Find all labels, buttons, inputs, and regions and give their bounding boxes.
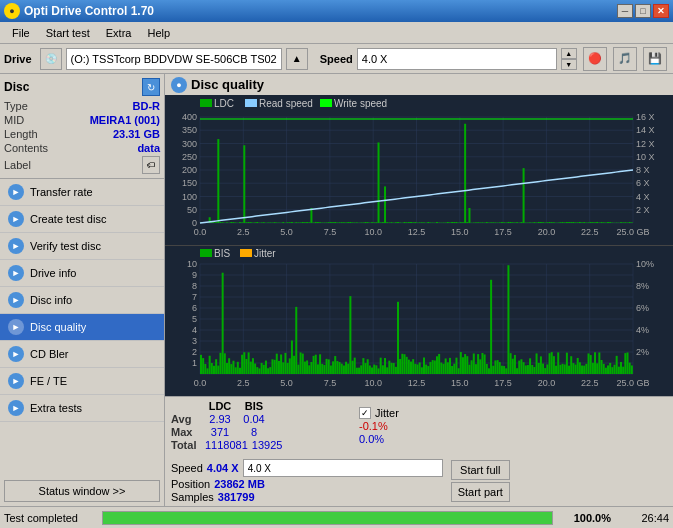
charts-area [165,95,673,396]
total-bis: 13925 [252,439,283,451]
title-bar: ● Opti Drive Control 1.70 ─ □ ✕ [0,0,673,22]
create-test-icon: ► [8,211,24,227]
sidebar-label-disc-info: Disc info [30,294,72,306]
maximize-button[interactable]: □ [635,4,651,18]
main-panel: ● Disc quality LDC BIS Avg 2.93 [165,74,673,506]
disc-section: Disc ↻ Type BD-R MID MEIRA1 (001) Length… [0,74,164,179]
sidebar-item-transfer-rate[interactable]: ► Transfer rate [0,179,164,206]
sidebar-label-transfer-rate: Transfer rate [30,186,93,198]
sidebar-item-disc-info[interactable]: ► Disc info [0,287,164,314]
eject-button[interactable]: ▲ [286,48,308,70]
ldc-header: LDC [205,400,235,412]
panel-title: Disc quality [191,77,264,92]
test-btn-1[interactable]: 🔴 [583,47,607,71]
panel-icon: ● [171,77,187,93]
disc-label-row: Label 🏷 [4,156,160,174]
chart1-canvas [165,95,673,245]
disc-contents-value: data [137,142,160,154]
disc-type-row: Type BD-R [4,100,160,112]
drive-select[interactable]: (O:) TSSTcorp BDDVDW SE-506CB TS02 [66,48,282,70]
extra-tests-icon: ► [8,400,24,416]
speed-label: Speed [320,53,353,65]
sidebar-label-create-test: Create test disc [30,213,106,225]
menu-bar: File Start test Extra Help [0,22,673,44]
bis-header: BIS [239,400,269,412]
speed-select[interactable]: 4.0 X [357,48,557,70]
speed-up[interactable]: ▲ [561,48,577,59]
sidebar-item-disc-quality[interactable]: ► Disc quality [0,314,164,341]
speed-stat-value: 4.04 X [207,462,239,474]
disc-mid-label: MID [4,114,24,126]
disc-contents-label: Contents [4,142,48,154]
progress-bar [102,511,553,525]
max-bis: 8 [239,426,269,438]
sidebar-label-cd-bler: CD Bler [30,348,69,360]
sidebar-label-fe-te: FE / TE [30,375,67,387]
max-jitter: 0.0% [359,433,384,445]
minimize-button[interactable]: ─ [617,4,633,18]
sidebar-item-verify-test[interactable]: ► Verify test disc [0,233,164,260]
app-title: Opti Drive Control 1.70 [24,4,154,18]
progress-bar-fill [103,512,552,524]
chart1-container [165,95,673,246]
test-btn-2[interactable]: 🎵 [613,47,637,71]
fe-te-icon: ► [8,373,24,389]
sidebar-item-create-test[interactable]: ► Create test disc [0,206,164,233]
disc-refresh-button[interactable]: ↻ [142,78,160,96]
avg-label: Avg [171,413,201,425]
start-part-button[interactable]: Start part [451,482,510,502]
title-bar-controls: ─ □ ✕ [617,4,669,18]
disc-mid-value: MEIRA1 (001) [90,114,160,126]
status-percent: 100.0% [561,512,611,524]
disc-info-icon: ► [8,292,24,308]
menu-help[interactable]: Help [139,25,178,41]
speed-stat-label: Speed [171,462,203,474]
disc-label-button[interactable]: 🏷 [142,156,160,174]
action-buttons: Start full Start part [451,460,510,502]
disc-type-label: Type [4,100,28,112]
sidebar-item-drive-info[interactable]: ► Drive info [0,260,164,287]
disc-contents-row: Contents data [4,142,160,154]
stats-bar: LDC BIS Avg 2.93 0.04 Max 371 8 Total 11… [165,396,673,506]
disc-length-label: Length [4,128,38,140]
sidebar-label-extra-tests: Extra tests [30,402,82,414]
sidebar-item-fe-te[interactable]: ► FE / TE [0,368,164,395]
avg-bis: 0.04 [239,413,269,425]
chart2-canvas [165,246,673,396]
status-text: Test completed [4,512,94,524]
drive-icon: 💿 [40,48,62,70]
sidebar-item-extra-tests[interactable]: ► Extra tests [0,395,164,422]
position-value: 23862 MB [214,478,265,490]
start-full-button[interactable]: Start full [451,460,510,480]
drive-bar: Drive 💿 (O:) TSSTcorp BDDVDW SE-506CB TS… [0,44,673,74]
app-icon: ● [4,3,20,19]
sidebar: Disc ↻ Type BD-R MID MEIRA1 (001) Length… [0,74,165,506]
sidebar-item-cd-bler[interactable]: ► CD Bler [0,341,164,368]
transfer-rate-icon: ► [8,184,24,200]
max-ldc: 371 [205,426,235,438]
disc-title: Disc [4,80,29,94]
samples-value: 381799 [218,491,255,503]
speed-down[interactable]: ▼ [561,59,577,70]
close-button[interactable]: ✕ [653,4,669,18]
chart2-container [165,246,673,396]
status-time: 26:44 [619,512,669,524]
status-window-button[interactable]: Status window >> [4,480,160,502]
speed-stat-select[interactable]: 4.0 X [243,459,443,477]
menu-file[interactable]: File [4,25,38,41]
menu-start-test[interactable]: Start test [38,25,98,41]
menu-extra[interactable]: Extra [98,25,140,41]
drive-label: Drive [4,53,32,65]
disc-length-value: 23.31 GB [113,128,160,140]
total-ldc: 1118081 [205,439,248,451]
disc-quality-icon: ► [8,319,24,335]
total-label: Total [171,439,201,451]
status-bar: Test completed 100.0% 26:44 [0,506,673,528]
avg-ldc: 2.93 [205,413,235,425]
samples-label: Samples [171,491,214,503]
cd-bler-icon: ► [8,346,24,362]
save-button[interactable]: 💾 [643,47,667,71]
drive-info-icon: ► [8,265,24,281]
jitter-checkbox[interactable]: ✓ [359,407,371,419]
disc-mid-row: MID MEIRA1 (001) [4,114,160,126]
